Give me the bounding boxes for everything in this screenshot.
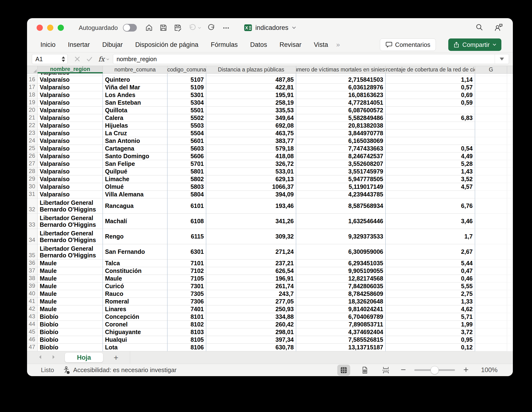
- cell-g[interactable]: [475, 191, 507, 198]
- cell-victimas[interactable]: 5,582849486: [296, 114, 386, 122]
- cell-nombre-comuna[interactable]: Chiguayante: [103, 328, 167, 336]
- row-header[interactable]: 33: [27, 214, 38, 229]
- save-as-icon[interactable]: [174, 24, 182, 32]
- cancel-icon[interactable]: [74, 56, 81, 62]
- cell-beyond[interactable]: [507, 191, 513, 198]
- cell-beyond[interactable]: [507, 99, 513, 107]
- cell-codigo-comuna[interactable]: 8102: [167, 321, 206, 328]
- cell-codigo-comuna[interactable]: 7101: [167, 259, 206, 267]
- cell-beyond[interactable]: [507, 214, 513, 229]
- cell-distancia[interactable]: 277,05: [206, 298, 296, 305]
- cell-nombre-comuna[interactable]: Olmué: [103, 183, 167, 191]
- cell-victimas[interactable]: 6,165038069: [296, 137, 386, 145]
- cell-nombre-region[interactable]: Valparaíso: [38, 145, 103, 153]
- cell-nombre-region[interactable]: Valparaíso: [38, 91, 103, 99]
- cell-g[interactable]: [475, 198, 507, 214]
- cell-codigo-comuna[interactable]: 5504: [167, 129, 206, 137]
- cell-g[interactable]: [475, 290, 507, 298]
- row-header[interactable]: 30: [27, 183, 38, 191]
- cell-g[interactable]: [475, 298, 507, 305]
- cell-distancia[interactable]: 487,85: [206, 76, 296, 84]
- name-box[interactable]: A1: [32, 54, 68, 64]
- cell-g[interactable]: [475, 145, 507, 153]
- cell-victimas[interactable]: 8,587568934: [296, 198, 386, 214]
- cell-distancia[interactable]: 335,53: [206, 107, 296, 114]
- cell-distancia[interactable]: 533,01: [206, 168, 296, 175]
- cell-victimas[interactable]: 9,329373533: [296, 229, 386, 244]
- cell-victimas[interactable]: 5,947778505: [296, 175, 386, 183]
- cell-nombre-region[interactable]: Valparaíso: [38, 191, 103, 198]
- prev-sheet-icon[interactable]: [38, 354, 43, 361]
- cell-nombre-comuna[interactable]: Rauco: [103, 290, 167, 298]
- cell-codigo-comuna[interactable]: 7102: [167, 267, 206, 275]
- row-header[interactable]: 16: [27, 76, 38, 84]
- cell-distancia[interactable]: 422,81: [206, 84, 296, 91]
- cell-nombre-comuna[interactable]: Rengo: [103, 229, 167, 244]
- cell-nombre-region[interactable]: Valparaíso: [38, 122, 103, 129]
- cell-distancia[interactable]: 271,24: [206, 244, 296, 259]
- people-icon[interactable]: [494, 23, 503, 33]
- cell-g[interactable]: [475, 267, 507, 275]
- row-header[interactable]: 43: [27, 313, 38, 321]
- cell-nombre-comuna[interactable]: Quillota: [103, 107, 167, 114]
- cell-codigo-comuna[interactable]: 5109: [167, 84, 206, 91]
- row-header[interactable]: 18: [27, 91, 38, 99]
- cell-nombre-comuna[interactable]: Viña del Mar: [103, 84, 167, 91]
- ribbon-tab-fórmulas[interactable]: Fórmulas: [211, 41, 238, 48]
- row-header[interactable]: 26: [27, 153, 38, 160]
- cell-codigo-comuna[interactable]: 5601: [167, 137, 206, 145]
- cell-nombre-comuna[interactable]: Calera: [103, 114, 167, 122]
- row-header[interactable]: 28: [27, 168, 38, 175]
- row-header[interactable]: 17: [27, 84, 38, 91]
- cell-victimas[interactable]: 6,036128976: [296, 84, 386, 91]
- cell-victimas[interactable]: 4,772814051: [296, 99, 386, 107]
- cell-nombre-region[interactable]: Biobío: [38, 328, 103, 336]
- cell-nombre-comuna[interactable]: Linares: [103, 305, 167, 313]
- cell-distancia[interactable]: 193,46: [206, 198, 296, 214]
- row-header[interactable]: 37: [27, 267, 38, 275]
- cell-cobertura[interactable]: [386, 129, 475, 137]
- cell-nombre-region[interactable]: Biobío: [38, 336, 103, 344]
- cell-beyond[interactable]: [507, 107, 513, 114]
- row-header[interactable]: 20: [27, 107, 38, 114]
- zoom-slider[interactable]: [414, 369, 455, 371]
- ribbon-tab-disposición-de-página[interactable]: Disposición de página: [135, 41, 198, 48]
- ribbon-tab-revisar[interactable]: Revisar: [279, 41, 301, 48]
- cell-cobertura[interactable]: 0,54: [386, 145, 475, 153]
- cell-beyond[interactable]: [507, 336, 513, 344]
- cell-beyond[interactable]: [507, 328, 513, 336]
- cell-distancia[interactable]: 349,64: [206, 114, 296, 122]
- column-header-b[interactable]: nombre_comuna: [103, 66, 167, 73]
- cell-beyond[interactable]: [507, 298, 513, 305]
- cell-distancia[interactable]: 629,13: [206, 175, 296, 183]
- cell-nombre-region[interactable]: Valparaíso: [38, 73, 103, 76]
- formula-bar-dropdown[interactable]: [495, 54, 509, 64]
- cell-distancia[interactable]: 334,88: [206, 313, 296, 321]
- home-icon[interactable]: [145, 24, 153, 32]
- cell-beyond[interactable]: [507, 259, 513, 267]
- cell-beyond[interactable]: [507, 84, 513, 91]
- cell-nombre-region[interactable]: Libertador General Bernardo O'Higgins: [38, 229, 103, 244]
- cell-nombre-comuna[interactable]: Hualqui: [103, 336, 167, 344]
- row-header[interactable]: 44: [27, 321, 38, 328]
- add-sheet-button[interactable]: +: [114, 353, 118, 362]
- row-header[interactable]: [27, 73, 38, 76]
- cell-cobertura[interactable]: [386, 73, 475, 76]
- cell-codigo-comuna[interactable]: 5301: [167, 91, 206, 99]
- cell-codigo-comuna[interactable]: 7105: [167, 275, 206, 283]
- cell-beyond[interactable]: [507, 229, 513, 244]
- cell-nombre-comuna[interactable]: Quintero: [103, 76, 167, 84]
- cell-codigo-comuna[interactable]: 5501: [167, 107, 206, 114]
- cell-cobertura[interactable]: 5,28: [386, 160, 475, 168]
- cell-nombre-region[interactable]: Biobío: [38, 344, 103, 351]
- cell-beyond[interactable]: [507, 91, 513, 99]
- cell-victimas[interactable]: 4,374692404: [296, 328, 386, 336]
- cell-g[interactable]: [475, 305, 507, 313]
- cell-nombre-comuna[interactable]: Los Andes: [103, 91, 167, 99]
- cell-cobertura[interactable]: 1,33: [386, 298, 475, 305]
- cell-nombre-region[interactable]: Biobío: [38, 321, 103, 328]
- cell-cobertura[interactable]: [386, 107, 475, 114]
- column-header-g[interactable]: G: [475, 66, 507, 73]
- cell-beyond[interactable]: [507, 129, 513, 137]
- cell-beyond[interactable]: [507, 145, 513, 153]
